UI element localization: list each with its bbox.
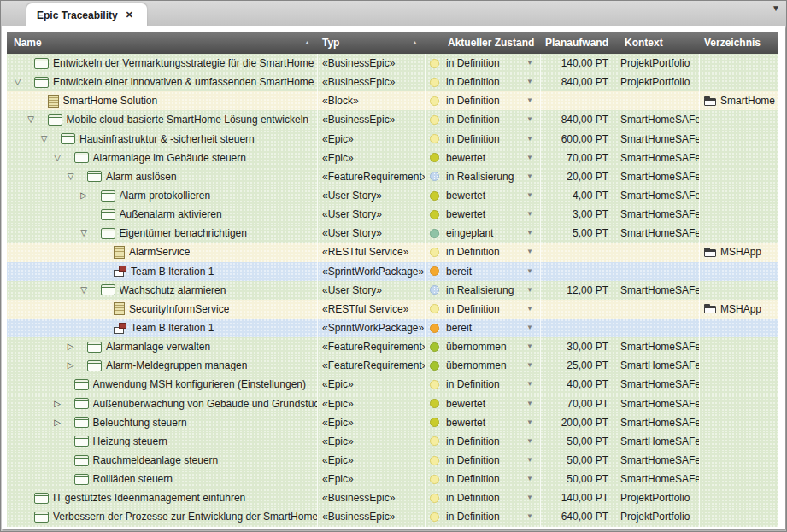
status-dropdown-icon[interactable]: ▼ (526, 79, 533, 85)
tree-expand-icon[interactable]: ▷ (79, 191, 90, 200)
table-row[interactable]: ▷ Alarm-Meldegruppen managen «FeatureReq… (7, 356, 778, 375)
tree-expand-icon[interactable]: ▷ (52, 418, 63, 427)
table-row[interactable]: Verbessern der Prozesse zur Entwicklung … (7, 507, 778, 526)
status-cell[interactable]: in Realisierung ▼ (426, 281, 541, 300)
table-row[interactable]: AlarmService «RESTful Service» in Defini… (7, 243, 778, 261)
column-header-kontext[interactable]: Kontext (614, 32, 700, 54)
status-cell[interactable]: bewertet ▼ (426, 149, 541, 167)
status-cell[interactable]: bewertet ▼ (426, 205, 541, 224)
table-row[interactable]: ▷ Alarm protokollieren «User Story» bewe… (7, 186, 778, 205)
status-cell[interactable]: in Definition ▼ (426, 73, 541, 91)
table-row[interactable]: Rauchmeldeanlage steuern «Epic» in Defin… (7, 451, 778, 470)
status-dropdown-icon[interactable]: ▼ (526, 211, 533, 218)
table-row[interactable]: ▽ Entwickeln einer innovativen & umfasse… (7, 73, 778, 91)
status-dropdown-icon[interactable]: ▼ (526, 136, 533, 143)
status-dropdown-icon[interactable]: ▼ (526, 513, 533, 520)
status-dropdown-icon[interactable]: ▼ (526, 343, 533, 350)
tree-expand-icon[interactable]: ▷ (65, 342, 76, 351)
status-cell[interactable]: in Definition ▼ (426, 91, 541, 110)
status-dropdown-icon[interactable]: ▼ (526, 173, 533, 180)
tree-expand-icon[interactable]: ▷ (52, 400, 63, 408)
table-row[interactable]: IT gestütztes Ideenmanagement einführen … (7, 488, 778, 507)
status-cell[interactable]: übernommen ▼ (426, 337, 541, 356)
tree-expand-icon[interactable]: ▽ (65, 172, 76, 181)
table-row[interactable]: SmartHome Solution «Block» in Definition… (7, 91, 778, 110)
status-cell[interactable]: in Definition ▼ (426, 470, 541, 488)
status-cell[interactable]: in Definition ▼ (426, 110, 541, 129)
table-row[interactable]: ▽ Alarm auslösen «FeatureRequirement» in… (7, 167, 778, 186)
column-header-name[interactable]: Name ▲ (7, 32, 318, 54)
status-cell[interactable]: in Definition ▼ (426, 300, 541, 319)
status-dropdown-icon[interactable]: ▼ (526, 248, 533, 255)
status-cell[interactable]: in Definition ▼ (426, 130, 541, 149)
status-dropdown-icon[interactable]: ▼ (526, 381, 533, 388)
tab-epic-traceability[interactable]: Epic Traceability ✕ (26, 3, 147, 26)
table-row[interactable]: Anwendung MSH konfigurieren (Einstellung… (7, 375, 778, 394)
table-row[interactable]: ▷ Beleuchtung steuern «Epic» bewertet ▼ … (7, 413, 778, 432)
tab-close-icon[interactable]: ✕ (126, 10, 133, 20)
status-cell[interactable]: eingeplant ▼ (426, 224, 541, 243)
status-cell[interactable]: in Definition ▼ (426, 54, 541, 73)
verzeichnis-cell (700, 73, 778, 91)
table-row[interactable]: ▷ Alarmanlage verwalten «FeatureRequirem… (7, 337, 778, 356)
planaufwand-value: 30,00 PT (567, 341, 608, 353)
status-dropdown-icon[interactable]: ▼ (526, 116, 533, 123)
tree-expand-icon[interactable]: ▽ (38, 135, 50, 143)
tree-expand-icon[interactable]: ▽ (79, 229, 90, 237)
tree-expand-icon[interactable]: ▷ (65, 361, 76, 370)
table-row[interactable]: ▽ Eigentümer benachrichtigen «User Story… (7, 224, 778, 243)
tree-expand-icon[interactable]: ▽ (52, 154, 63, 162)
status-dropdown-icon[interactable]: ▼ (526, 457, 533, 464)
status-dropdown-icon[interactable]: ▼ (526, 287, 533, 294)
status-cell[interactable]: in Definition ▼ (426, 375, 541, 394)
table-row[interactable]: Heizung steuern «Epic» in Definition ▼ 5… (7, 432, 778, 451)
table-row[interactable]: SecurityInformService «RESTful Service» … (7, 300, 778, 319)
status-cell[interactable]: übernommen ▼ (426, 356, 541, 375)
status-cell[interactable]: bereit ▼ (426, 262, 541, 281)
status-dropdown-icon[interactable]: ▼ (526, 419, 533, 426)
status-cell[interactable]: bewertet ▼ (426, 186, 541, 205)
status-dropdown-icon[interactable]: ▼ (526, 438, 533, 445)
folder-icon (704, 304, 716, 313)
panel-menu-icon[interactable]: ▼ (772, 4, 780, 13)
status-dropdown-icon[interactable]: ▼ (526, 230, 533, 237)
table-row[interactable]: ▽ Alarmanlage im Gebäude steuern «Epic» … (7, 149, 778, 167)
table-row[interactable]: ▽ Wachschutz alarmieren «User Story» in … (7, 281, 778, 300)
status-cell[interactable]: in Realisierung ▼ (426, 167, 541, 186)
status-dropdown-icon[interactable]: ▼ (526, 362, 533, 369)
column-header-verzeichnis[interactable]: Verzeichnis (700, 32, 778, 54)
status-dropdown-icon[interactable]: ▼ (526, 97, 533, 104)
table-row[interactable]: Team B Iteration 1 «SprintWorkPackage» b… (7, 319, 778, 337)
status-dropdown-icon[interactable]: ▼ (526, 324, 533, 331)
status-cell[interactable]: in Definition ▼ (426, 451, 541, 470)
status-cell[interactable]: bereit ▼ (426, 319, 541, 337)
table-row[interactable]: Entwickeln der Vermarktungsstrategie für… (7, 54, 778, 73)
status-dropdown-icon[interactable]: ▼ (526, 155, 533, 161)
status-dropdown-icon[interactable]: ▼ (526, 60, 533, 67)
column-header-typ[interactable]: Typ ▲ (318, 32, 426, 54)
table-row[interactable]: Team B Iteration 1 «SprintWorkPackage» b… (7, 262, 778, 281)
status-dropdown-icon[interactable]: ▼ (526, 476, 533, 482)
tree-expand-icon[interactable]: ▽ (26, 115, 37, 124)
status-cell[interactable]: in Definition ▼ (426, 488, 541, 507)
tree-expand-icon[interactable]: ▽ (12, 78, 23, 86)
column-header-zustand[interactable]: Aktueller Zustand (426, 32, 541, 54)
status-cell[interactable]: bewertet ▼ (426, 413, 541, 432)
status-dropdown-icon[interactable]: ▼ (526, 306, 533, 313)
table-row[interactable]: ▷ Außenüberwachung von Gebäude und Grund… (7, 395, 778, 413)
table-row[interactable]: Außenalarm aktivieren «User Story» bewer… (7, 205, 778, 224)
kontext-cell: SmartHomeSAFe (614, 432, 700, 451)
column-header-planaufwand[interactable]: Planaufwand (541, 32, 614, 54)
table-row[interactable]: ▽ Hausinfrastruktur & -sicherheit steuer… (7, 130, 778, 149)
status-cell[interactable]: in Definition ▼ (426, 432, 541, 451)
status-cell[interactable]: in Definition ▼ (426, 507, 541, 526)
status-dropdown-icon[interactable]: ▼ (526, 192, 533, 199)
table-row[interactable]: Rollläden steuern «Epic» in Definition ▼… (7, 470, 778, 488)
status-dropdown-icon[interactable]: ▼ (526, 268, 533, 275)
table-row[interactable]: ▽ Mobile cloud-basierte SmartHome Lösung… (7, 110, 778, 129)
tree-expand-icon[interactable]: ▽ (79, 286, 90, 295)
status-dropdown-icon[interactable]: ▼ (526, 494, 533, 501)
status-cell[interactable]: in Definition ▼ (426, 243, 541, 261)
status-dropdown-icon[interactable]: ▼ (526, 400, 533, 407)
status-cell[interactable]: bewertet ▼ (426, 395, 541, 413)
